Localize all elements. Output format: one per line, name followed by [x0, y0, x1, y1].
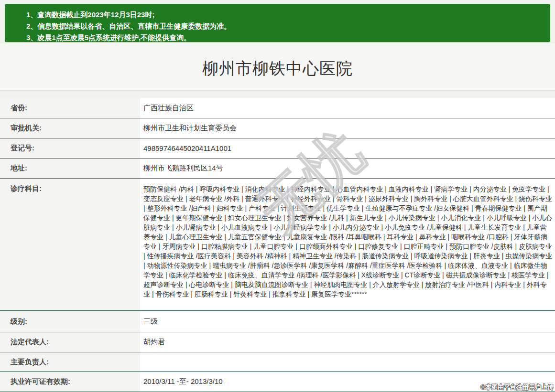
row-label: 审批机关:: [0, 118, 140, 138]
row-label: 省份:: [0, 98, 140, 118]
row-label: 诊疗科目:: [0, 179, 140, 310]
notice-banner: 1、查询数据截止到2023年12月3日23时; 2、信息数据结果以各省、自治区、…: [5, 4, 550, 43]
table-row-main-person-in-charge: 主要负责人:: [0, 352, 555, 372]
row-value: 2010/3/11 -至- 2013/3/10: [140, 372, 555, 392]
hospital-info-table: 省份: 广西壮族自治区 审批机关: 柳州市卫生和计划生育委员会 登记号: 498…: [0, 98, 555, 392]
notice-line-3: 3、凌晨1点至凌晨5点系统进行维护,不能提供查询。: [26, 32, 541, 43]
table-row-province: 省份: 广西壮族自治区: [0, 98, 555, 118]
row-value: 胡灼君: [140, 332, 555, 352]
page-title: 柳州市柳铁中心医院: [0, 58, 555, 80]
row-label: 主要负责人:: [0, 352, 140, 371]
row-label: 执业许可证有效期:: [0, 372, 140, 392]
table-row-legal-representative: 法定代表人: 胡灼君: [0, 332, 555, 352]
table-row-registration-number: 登记号: 49859746445020411A1001: [0, 138, 555, 159]
row-value: 预防保健科 /内科 | 呼吸内科专业 | 消化内科专业 | 神经内科专业 | 心…: [140, 179, 555, 310]
table-row-medical-departments: 诊疗科目: 预防保健科 /内科 | 呼吸内科专业 | 消化内科专业 | 神经内科…: [0, 179, 555, 311]
table-row-address: 地址: 柳州市飞鹅路利民区14号: [0, 159, 555, 179]
row-label: 登记号:: [0, 138, 140, 158]
row-value: 广西壮族自治区: [140, 98, 555, 118]
row-value: 三级: [140, 311, 555, 332]
row-label: 地址:: [0, 159, 140, 178]
row-label: 法定代表人:: [0, 332, 140, 352]
row-value: 柳州市飞鹅路利民区14号: [140, 159, 555, 178]
table-row-license-validity: 执业许可证有效期: 2010/3/11 -至- 2013/3/10: [0, 372, 555, 392]
row-value: 49859746445020411A1001: [140, 138, 555, 158]
notice-line-2: 2、信息数据结果以各省、自治区、直辖市卫生健康委数据为准。: [26, 21, 541, 32]
notice-line-1: 1、查询数据截止到2023年12月3日23时;: [26, 9, 541, 21]
title-band: 柳州市柳铁中心医院: [0, 43, 555, 91]
table-row-approval-authority: 审批机关: 柳州市卫生和计划生育委员会: [0, 118, 555, 138]
row-value: 柳州市卫生和计划生育委员会: [140, 118, 555, 138]
row-value: [140, 352, 555, 371]
row-label: 级别:: [0, 311, 140, 332]
table-row-level: 级别: 三级: [0, 311, 555, 332]
